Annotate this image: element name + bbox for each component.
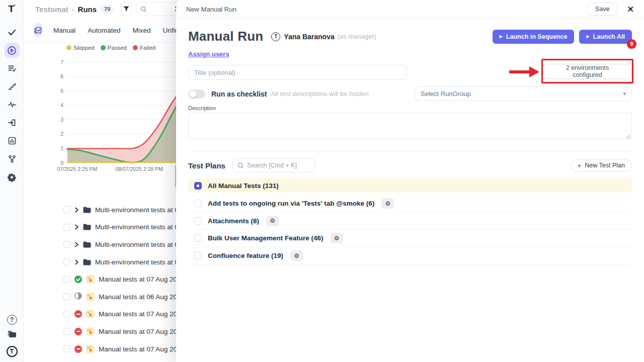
- run-row[interactable]: Manual tests at 07 Aug 2025 13:02 fro: [54, 270, 185, 288]
- list-check-icon[interactable]: [5, 61, 20, 76]
- row-checkbox[interactable]: [63, 241, 70, 248]
- environments-button[interactable]: 2 environments configured: [543, 64, 632, 79]
- description-wrap: [188, 113, 632, 141]
- run-folder-label: Multi-environment tests at 07 Aug 20: [95, 223, 185, 231]
- toggle-knob: [189, 90, 196, 98]
- tab-automated[interactable]: Automated: [88, 27, 120, 34]
- help-icon[interactable]: ?: [7, 315, 17, 325]
- check-icon[interactable]: [5, 25, 20, 40]
- modal-title: New Manual Run: [186, 6, 236, 13]
- test-plan-row[interactable]: Bulk User Management Feature (46) ⚙: [188, 230, 632, 247]
- description-textarea[interactable]: [188, 113, 632, 139]
- resize-handle[interactable]: [626, 134, 630, 139]
- run-row[interactable]: Manual tests at 07 Aug 2025 12:42 fro: [54, 323, 185, 340]
- plan-settings-button[interactable]: ⚙: [290, 250, 303, 261]
- assign-users-link[interactable]: Assign users: [188, 50, 229, 58]
- plan-checkbox-checked[interactable]: [194, 182, 202, 190]
- svg-text:7: 7: [60, 59, 63, 65]
- branch-icon[interactable]: [5, 151, 20, 166]
- run-label: Manual tests at 07 Aug 2025 13:02: [99, 276, 185, 283]
- launch-all-button[interactable]: ▶ Launch All 9: [579, 30, 632, 44]
- report-icon[interactable]: [5, 133, 20, 148]
- test-plan-row[interactable]: Add tests to ongoing run via 'Tests' tab…: [188, 195, 632, 213]
- runs-count-badge: 70: [101, 5, 114, 13]
- row-checkbox[interactable]: [63, 311, 70, 318]
- test-plans-search[interactable]: [232, 158, 315, 172]
- plan-label: Bulk User Management Feature (46): [208, 234, 324, 242]
- plan-label: Confluence feature (19): [208, 252, 283, 259]
- run-folder-row[interactable]: Multi-environment tests at 07 Aug 20: [54, 201, 185, 219]
- plan-settings-button[interactable]: ⚙: [381, 198, 394, 209]
- close-icon[interactable]: ✕: [627, 5, 634, 14]
- search-input[interactable]: [150, 6, 170, 13]
- run-folder-row[interactable]: Multi-environment tests at 07 Aug 20: [54, 219, 185, 236]
- row-checkbox[interactable]: [63, 328, 70, 335]
- chevron-right-icon[interactable]: [74, 259, 79, 265]
- row-checkbox[interactable]: [63, 224, 70, 231]
- manual-run-icon: [86, 345, 95, 353]
- steps-icon[interactable]: [5, 79, 20, 94]
- chevron-right-icon[interactable]: [74, 224, 79, 230]
- plan-label: Add tests to ongoing run via 'Tests' tab…: [208, 200, 374, 207]
- row-checkbox[interactable]: [63, 206, 70, 213]
- manual-run-icon: [86, 310, 95, 318]
- plan-checkbox[interactable]: [194, 200, 202, 207]
- row-checkbox[interactable]: [63, 258, 70, 265]
- svg-text:08/07/2025 2:28 PM: 08/07/2025 2:28 PM: [115, 166, 163, 172]
- tab-mixed[interactable]: Mixed: [133, 27, 151, 34]
- svg-text:4: 4: [60, 102, 63, 108]
- notification-badge: 9: [627, 39, 636, 49]
- plan-settings-button[interactable]: ⚙: [266, 216, 279, 226]
- profile-logo-icon[interactable]: T: [7, 346, 18, 357]
- copy-folder-icon[interactable]: [8, 330, 17, 340]
- gear-icon[interactable]: [5, 169, 20, 185]
- plan-checkbox[interactable]: [194, 234, 202, 242]
- manual-run-icon: [86, 293, 95, 301]
- run-folder-row[interactable]: Multi-environment tests at 07 Aug 20: [54, 253, 185, 271]
- app-logo[interactable]: T': [8, 4, 15, 14]
- search-icon: [237, 162, 244, 169]
- avatar: T: [271, 32, 280, 41]
- row-checkbox[interactable]: [63, 293, 70, 300]
- svg-text:1: 1: [60, 145, 63, 151]
- pulse-icon[interactable]: [5, 97, 20, 112]
- legend-passed: Passed: [101, 45, 127, 51]
- run-row[interactable]: Manual tests at 07 Aug 2025 12:43 fro: [54, 306, 185, 323]
- run-type-icon[interactable]: [34, 23, 42, 37]
- launch-in-sequence-button[interactable]: ▶ Launch in Sequence: [493, 30, 575, 44]
- new-test-plan-button[interactable]: + New Test Plan: [571, 159, 632, 172]
- page-title: Manual Run: [188, 29, 263, 44]
- test-plan-row-all-manual[interactable]: All Manual Tests (131): [188, 178, 632, 193]
- tab-manual[interactable]: Manual: [53, 27, 75, 34]
- breadcrumb-app[interactable]: Testomat: [35, 5, 68, 14]
- breadcrumb-page[interactable]: Runs: [78, 5, 97, 14]
- runs-play-icon[interactable]: [5, 43, 20, 58]
- filter-button[interactable]: [121, 2, 132, 16]
- run-title-input[interactable]: [188, 65, 407, 80]
- row-checkbox[interactable]: [63, 276, 70, 283]
- breadcrumb-separator: ›: [72, 5, 74, 14]
- test-plans-search-input[interactable]: [247, 162, 302, 169]
- run-folder-label: Multi-environment tests at 07 Aug 20: [95, 206, 185, 214]
- run-row[interactable]: Manual tests at 07 Aug 2025 12:35 fro: [54, 340, 185, 358]
- status-in-progress-icon: [74, 292, 82, 302]
- runs-chart: Skipped Passed Failed 7654321007/2025 2:…: [54, 44, 185, 178]
- plan-checkbox[interactable]: [194, 217, 202, 225]
- plan-checkbox[interactable]: [194, 252, 202, 259]
- rungroup-select[interactable]: Select RunGroup ▾: [415, 86, 632, 101]
- save-button[interactable]: Save: [588, 3, 617, 16]
- sign-in-icon[interactable]: [5, 115, 20, 130]
- toggle-label: Run as checklist: [211, 90, 267, 98]
- row-checkbox[interactable]: [63, 345, 70, 352]
- plan-settings-button[interactable]: ⚙: [331, 233, 343, 243]
- test-plan-row[interactable]: Confluence feature (19) ⚙: [188, 247, 632, 265]
- run-row[interactable]: Manual tests at 06 Aug 2025 17:06 1: [54, 288, 185, 306]
- test-plan-row[interactable]: Attachments (8) ⚙: [188, 213, 632, 230]
- chevron-right-icon[interactable]: [74, 207, 79, 213]
- chevron-right-icon[interactable]: [74, 242, 79, 247]
- runs-page-header: Testomat › Runs 70 ✕: [24, 0, 185, 18]
- status-passed-icon: [74, 276, 82, 283]
- legend-dot-skipped: [66, 45, 71, 50]
- run-folder-row[interactable]: Multi-environment tests at 07 Aug 20: [54, 236, 185, 253]
- run-as-checklist-toggle[interactable]: [188, 89, 205, 99]
